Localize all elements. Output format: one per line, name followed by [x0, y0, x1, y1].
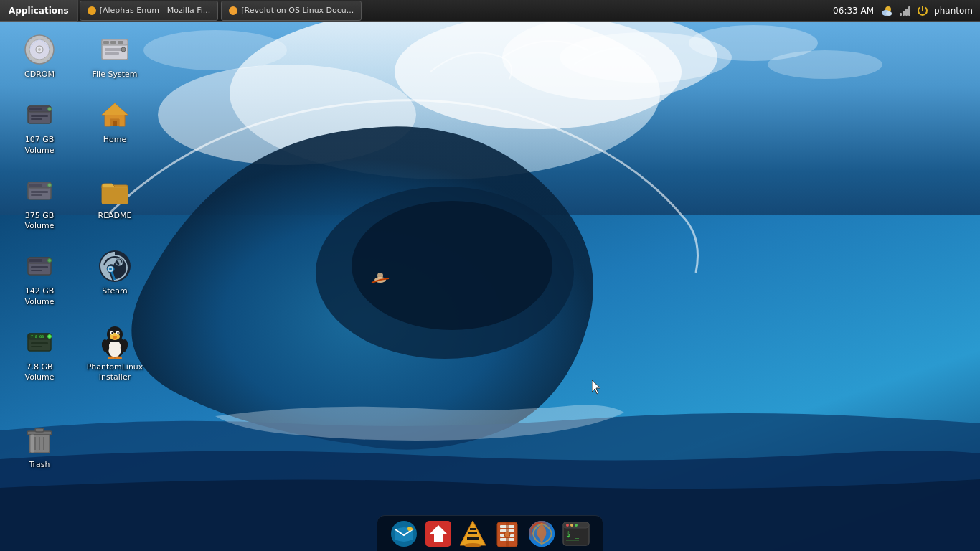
svg-point-7	[352, 201, 552, 330]
svg-rect-33	[103, 41, 109, 44]
dock-firefox[interactable]	[526, 518, 557, 550]
steam-icon	[98, 249, 132, 283]
svg-point-32	[121, 47, 126, 52]
desktop-icon-home[interactable]: Home	[83, 94, 147, 149]
desktop-icon-steam[interactable]: Steam	[83, 245, 147, 300]
svg-point-111	[566, 524, 569, 527]
svg-point-77	[111, 332, 113, 334]
svg-rect-50	[31, 194, 42, 196]
trash-icon	[22, 423, 57, 457]
dock-thunderbird[interactable]	[388, 518, 420, 550]
svg-rect-35	[118, 41, 123, 44]
cdrom-label: CDROM	[24, 70, 55, 80]
svg-rect-96	[468, 532, 477, 534]
volume375-label: 375 GB Volume	[11, 211, 68, 232]
cdrom-icon	[22, 32, 57, 67]
desktop-icon-cdrom[interactable]: CDROM	[7, 29, 72, 83]
filesystem-label: File System	[93, 70, 138, 80]
volume7gb-label: 7.8 GB Volume	[11, 362, 68, 383]
svg-rect-34	[110, 41, 116, 44]
phantomlinux-icon	[98, 325, 132, 359]
desktop-icon-volume375[interactable]: 375 GB Volume	[7, 170, 72, 235]
svg-rect-86	[35, 428, 44, 432]
home-icon	[98, 98, 132, 132]
power-icon	[917, 5, 928, 17]
svg-rect-41	[29, 108, 42, 110]
icon-row-5: Trash	[7, 419, 147, 474]
desktop-icon-volume107[interactable]: 107 GB Volume	[7, 94, 72, 159]
username: phantom	[934, 6, 973, 16]
desktop-icon-volume7gb[interactable]: 7.8 GB 7.8 GB Volume	[7, 321, 72, 387]
taskbar-window-firefox[interactable]: [Alephas Enum - Mozilla Fi...	[80, 1, 219, 21]
trash-label: Trash	[29, 460, 50, 470]
dock-terminal[interactable]: $ _	[560, 518, 592, 550]
desktop-icon-filesystem[interactable]: File System	[83, 29, 147, 83]
svg-point-112	[570, 524, 573, 527]
svg-point-78	[117, 332, 118, 334]
svg-rect-44	[113, 121, 117, 126]
svg-rect-40	[31, 118, 42, 120]
volume375-icon	[22, 174, 57, 208]
taskbar-windows: [Alephas Enum - Mozilla Fi... [Revolutio…	[78, 0, 826, 22]
svg-point-113	[575, 524, 578, 527]
svg-point-38	[48, 108, 52, 111]
signal-icon	[900, 6, 911, 16]
dock-filezilla[interactable]	[423, 518, 454, 550]
firefox-taskbar-icon	[88, 6, 96, 15]
svg-text:$ _: $ _	[566, 530, 580, 539]
svg-rect-20	[903, 11, 905, 16]
icon-row-2: 375 GB Volume README	[7, 170, 147, 235]
volume142-icon	[22, 249, 57, 283]
svg-point-56	[48, 259, 52, 263]
icon-row-3: 142 GB Volume Steam	[7, 245, 147, 311]
svg-point-11	[377, 273, 383, 278]
svg-rect-58	[31, 270, 42, 271]
svg-point-98	[464, 543, 481, 547]
svg-rect-51	[29, 184, 42, 187]
icon-row-0: CDROM File System	[7, 29, 147, 83]
svg-rect-21	[905, 9, 908, 16]
svg-rect-49	[31, 191, 48, 193]
taskbar-left: Applications [Alephas Enum - Mozilla Fi.…	[0, 0, 826, 22]
desktop-icon-trash[interactable]: Trash	[7, 419, 72, 474]
filesystem-icon	[98, 32, 132, 67]
weather-icon	[880, 4, 894, 18]
icon-row-1: 107 GB Volume Home	[7, 94, 147, 159]
svg-rect-22	[908, 6, 910, 16]
readme-icon	[98, 174, 132, 208]
home-label: Home	[103, 135, 126, 145]
svg-point-68	[48, 335, 52, 339]
desktop-icon-readme[interactable]: README	[83, 170, 147, 225]
svg-rect-97	[470, 528, 476, 530]
readme-label: README	[98, 211, 131, 221]
svg-rect-57	[31, 266, 48, 268]
icon-row-4: 7.8 GB 7.8 GB Volume	[7, 321, 147, 387]
applications-menu[interactable]: Applications	[0, 0, 78, 22]
desktop-icon-phantomlinux[interactable]: PhantomLinux Installer	[83, 321, 147, 387]
desktop-icons: CDROM File System	[7, 29, 147, 474]
svg-point-62	[109, 268, 112, 270]
taskbar-window-doc[interactable]: [Revolution OS Linux Docu...	[221, 1, 362, 21]
doc-taskbar-icon	[229, 6, 237, 15]
svg-point-14	[768, 50, 882, 79]
svg-marker-45	[102, 103, 128, 115]
doc-window-label: [Revolution OS Linux Docu...	[241, 6, 354, 15]
volume107-icon	[22, 98, 57, 132]
clock: 06:33 AM	[833, 6, 874, 16]
svg-point-79	[113, 336, 117, 339]
dock-vlc[interactable]	[457, 518, 489, 550]
volume142-label: 142 GB Volume	[11, 286, 68, 307]
svg-rect-90	[31, 434, 34, 453]
svg-rect-95	[467, 537, 479, 540]
volume107-label: 107 GB Volume	[11, 135, 68, 156]
desktop-icon-volume142[interactable]: 142 GB Volume	[7, 245, 72, 311]
svg-rect-59	[29, 259, 42, 262]
svg-text:7.8 GB: 7.8 GB	[31, 334, 44, 339]
svg-rect-53	[102, 188, 128, 204]
svg-point-92	[407, 527, 412, 531]
dock-archive[interactable]	[491, 518, 523, 550]
svg-rect-31	[105, 52, 119, 55]
applications-label: Applications	[9, 6, 69, 16]
svg-rect-70	[31, 346, 42, 347]
taskbar-right: 06:33 AM phantom	[826, 4, 980, 18]
